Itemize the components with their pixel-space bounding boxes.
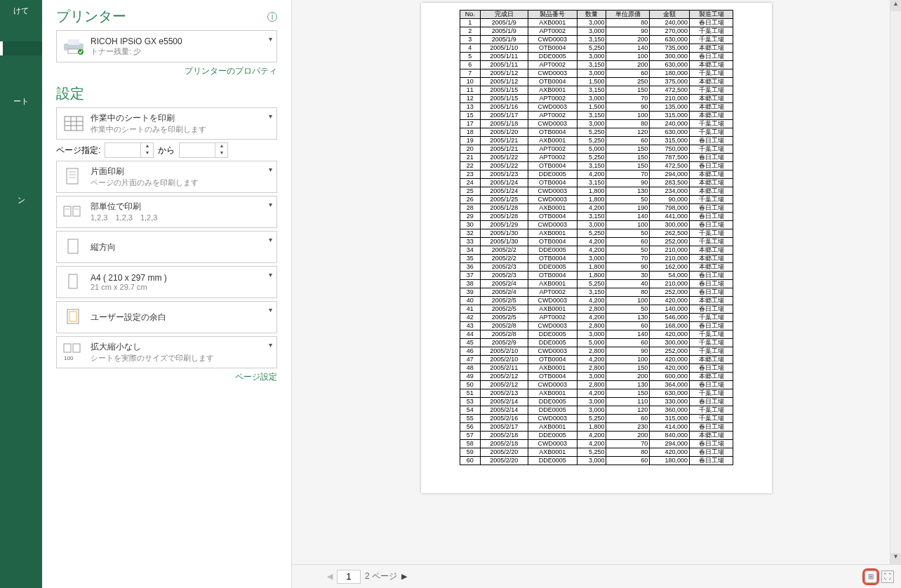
printer-select[interactable]: RICOH IPSiO GX e5500 トナー残量: 少 ▾ [56,30,277,62]
table-cell: 110 [606,398,650,406]
table-cell: 2005/1/11 [480,53,528,61]
orientation-label: 縦方向 [91,241,116,253]
table-cell: 4,200 [577,204,606,213]
page-navigator: ◀ 2 ページ ▶ [327,570,407,584]
table-row: 542005/2/14DDE00053,000120360,000千葉工場 [460,406,733,415]
table-cell: 70 [606,440,650,448]
print-what-select[interactable]: 作業中のシートを印刷 作業中のシートのみを印刷します ▾ [56,107,277,140]
table-cell: 2,800 [577,364,606,373]
table-cell: 420,000 [650,448,690,457]
table-cell: 春日工場 [690,305,733,314]
table-cell: 2 [460,27,481,36]
page-to-input[interactable] [180,143,215,157]
table-cell: 春日工場 [690,457,733,465]
table-row: 462005/2/10CWD00032,80090252,000千葉工場 [460,347,733,356]
table-cell: 17 [460,120,481,128]
current-page-input[interactable] [337,570,361,584]
table-cell: 2005/2/20 [480,448,528,457]
info-icon[interactable]: i [267,12,277,22]
table-cell: 千葉工場 [690,36,733,44]
nav-item[interactable]: けて [0,0,42,22]
vertical-scrollbar[interactable]: ▲ ▼ [890,0,901,564]
table-cell: AXB0001 [528,137,577,145]
table-cell: 本郷工場 [690,61,733,69]
table-cell: 千葉工場 [690,145,733,154]
table-row: 372005/2/3OTB00041,8003054,000春日工場 [460,272,733,280]
table-cell: 1,500 [577,103,606,112]
show-margins-button[interactable]: ⊞ [865,570,877,583]
table-row: 112005/1/15AXB00013,150150472,500千葉工場 [460,86,733,95]
table-cell: 4,200 [577,171,606,179]
next-page-button[interactable]: ▶ [401,572,407,581]
table-row: 412005/2/5AXB00012,80050140,000春日工場 [460,305,733,314]
spinner-down-icon[interactable]: ▼ [141,150,153,157]
table-cell: 本郷工場 [690,246,733,255]
table-row: 592005/2/20AXB00015,25080420,000春日工場 [460,448,733,457]
table-cell: 60 [606,322,650,330]
table-cell: 240,000 [650,19,690,27]
nav-item-print[interactable] [0,41,42,55]
nav-item[interactable]: ン [0,189,42,211]
table-row: 242005/1/24OTB00043,15090283,500本郷工場 [460,179,733,187]
table-cell: 春日工場 [690,154,733,162]
table-cell: 24 [460,179,481,187]
prev-page-button[interactable]: ◀ [327,572,333,581]
table-cell: 2005/1/24 [480,187,528,196]
spinner-down-icon[interactable]: ▼ [215,150,227,157]
table-cell: 100 [606,221,650,229]
table-cell: 本郷工場 [690,297,733,305]
table-cell: 2005/1/9 [480,27,528,36]
orientation-select[interactable]: 縦方向 ▾ [56,231,277,263]
table-row: 282005/1/28AXB00014,200190798,000春日工場 [460,204,733,213]
table-row: 292005/1/28OTB00043,150140441,000春日工場 [460,213,733,221]
table-cell: 春日工場 [690,221,733,229]
margins-select[interactable]: ユーザー設定の余白 ▾ [56,301,277,333]
table-cell: 4,200 [577,356,606,364]
table-cell: 2005/1/20 [480,128,528,137]
sides-select[interactable]: 片面印刷 ページの片面のみを印刷します ▾ [56,161,277,193]
scroll-up-icon[interactable]: ▲ [890,0,901,11]
printer-properties-link[interactable]: プリンターのプロパティ [185,66,277,76]
scroll-down-icon[interactable]: ▼ [890,553,901,564]
table-cell: 57 [460,432,481,440]
table-cell: 100 [606,112,650,120]
print-what-sub: 作業中のシートのみを印刷します [91,124,206,135]
table-cell: 春日工場 [690,364,733,373]
spinner-up-icon[interactable]: ▲ [141,143,153,150]
table-cell: 472,500 [650,162,690,171]
table-row: 562005/2/17AXB00011,800230414,000春日工場 [460,423,733,432]
page-setup-link[interactable]: ページ設定 [235,372,277,382]
scaling-select[interactable]: 100 拡大縮小なし シートを実際のサイズで印刷します ▾ [56,336,277,368]
table-cell: 春日工場 [690,162,733,171]
page-from-input[interactable] [105,143,140,157]
table-cell: 3,000 [577,221,606,229]
page-to-spinner[interactable]: ▲▼ [179,142,228,158]
table-cell: 3,000 [577,19,606,27]
collate-select[interactable]: 部単位で印刷 1,2,3 1,2,3 1,2,3 ▾ [56,196,277,228]
chevron-down-icon: ▾ [269,341,272,349]
table-cell: 20 [460,145,481,154]
table-cell: 180,000 [650,69,690,78]
table-row: 262005/1/25CWD00031,8005090,000千葉工場 [460,196,733,204]
table-cell: 130 [606,381,650,389]
total-pages-label: 2 ページ [365,570,397,582]
svg-rect-4 [65,116,83,131]
table-cell: 1 [460,19,481,27]
zoom-to-page-button[interactable]: ⛶ [881,570,894,583]
table-cell: 3,000 [577,373,606,381]
table-cell: OTB0004 [528,238,577,246]
table-cell: 60 [606,137,650,145]
table-cell: APT0002 [528,95,577,103]
table-cell: 735,000 [650,44,690,53]
spinner-up-icon[interactable]: ▲ [215,143,227,150]
table-cell: 70 [606,171,650,179]
table-cell: 150 [606,389,650,398]
table-row: 62005/1/11APT00023,150200630,000本郷工場 [460,61,733,69]
paper-size-select[interactable]: A4 ( 210 x 297 mm ) 21 cm x 29.7 cm ▾ [56,266,277,298]
table-cell: 210,000 [650,255,690,263]
nav-item[interactable]: ート [0,91,42,112]
table-cell: CWD0003 [528,36,577,44]
table-cell: 140 [606,44,650,53]
page-from-spinner[interactable]: ▲▼ [105,142,154,158]
table-cell: 252,000 [650,288,690,297]
